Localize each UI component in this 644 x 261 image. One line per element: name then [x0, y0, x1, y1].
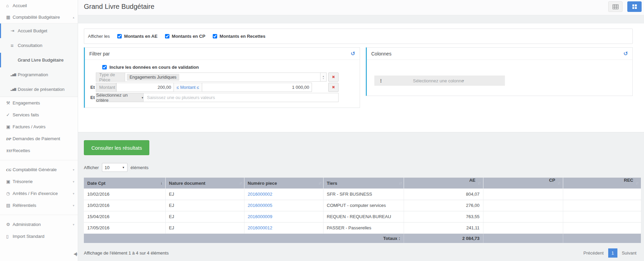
column-header-ae[interactable]: ↓↑ AE: [404, 178, 483, 189]
montants-ae-checkbox[interactable]: [117, 34, 122, 38]
remove-filter-button[interactable]: ✖: [328, 83, 339, 92]
chevron-down-icon: ▾: [73, 192, 74, 195]
checkbox-montants-recettes[interactable]: Montants en Recettes: [213, 34, 265, 39]
display-options-box: Afficher les Montants en AE Montants en …: [84, 29, 633, 44]
drag-handle-icon[interactable]: ⋮: [379, 78, 383, 83]
field-spinner[interactable]: ▴ ▾: [320, 72, 327, 82]
sidebar-item-accueil-budget[interactable]: ⇥ Accueil Budget: [0, 23, 78, 38]
list-icon: ≡: [11, 43, 18, 48]
select-caret-icon: ▼: [122, 166, 125, 169]
columns-panel-title: Colonnes: [371, 51, 391, 56]
totals-row: Totaux : 2 084,73: [84, 233, 641, 243]
column-header-numero-piece[interactable]: Numéro piece ↓↑: [244, 178, 323, 189]
chevron-down-icon: ▾: [462, 79, 464, 82]
sidebar-divider: [0, 215, 78, 215]
column-header-cp[interactable]: ↓↑ CP: [483, 178, 563, 189]
gavel-icon: ⚒: [6, 100, 13, 105]
montants-cp-checkbox[interactable]: [165, 34, 169, 38]
sidebar-item-tresorerie[interactable]: ▣ Trésorerie ▾: [0, 176, 78, 187]
type-de-piece-label: Type de Pièce: [96, 72, 125, 82]
sidebar-item-recettes[interactable]: TIT Recettes: [0, 145, 78, 157]
sign-in-icon: ⇥: [11, 28, 18, 33]
type-de-piece-field[interactable]: Engagements Juridiques: [125, 72, 320, 82]
sidebar-item-consultation[interactable]: ≡ Consultation: [0, 38, 78, 53]
filter-panel: Filtrer par ↺ Inclure les données en cou…: [84, 47, 360, 108]
montant-max-input[interactable]: [202, 83, 312, 92]
page-size-select[interactable]: 10 ▼: [102, 163, 128, 172]
chevron-down-icon: ▾: [73, 180, 74, 183]
sort-icon: ↓↑: [635, 178, 638, 189]
sidebar-item-dossier-de-presentation[interactable]: ▂▅▇ Dossier de présentation: [0, 82, 78, 97]
file-icon: ▯: [6, 234, 13, 239]
reset-columns-icon[interactable]: ↺: [624, 51, 628, 56]
bar-chart-icon: ▂▅▇: [11, 73, 18, 76]
grid-icon: [632, 4, 637, 9]
spinner-up-icon: ▴: [323, 75, 324, 77]
sidebar-submenu: ⇥ Accueil Budget ≡ Consultation Grand Li…: [0, 23, 78, 97]
column-header-rec[interactable]: ↓↑ REC: [563, 178, 641, 189]
selected-value-chip: Engagements Juridiques: [127, 74, 179, 81]
montant-min-input[interactable]: [116, 83, 174, 92]
and-operator-label: Et: [90, 83, 96, 92]
checkbox-montants-cp[interactable]: Montants en CP: [165, 34, 205, 39]
piece-link[interactable]: 2016000002: [248, 192, 272, 197]
sidebar-divider: [0, 160, 78, 160]
sidebar-collapse-icon[interactable]: ◀): [74, 251, 77, 256]
reset-filters-icon[interactable]: ↺: [351, 51, 355, 56]
totals-ae: 2 084,73: [404, 233, 483, 243]
checkbox-montants-ae[interactable]: Montants en AE: [117, 34, 158, 39]
sidebar-item-comptabilite-budgetaire[interactable]: ▦ Comptabilité Budgétaire ▴: [0, 11, 78, 23]
bar-chart-icon: ▂▅▇: [11, 88, 18, 91]
column-header-nature-document[interactable]: Nature document ↓↑: [165, 178, 244, 189]
dp-text-icon: DP: [6, 137, 13, 141]
chevron-down-icon: ▾: [73, 204, 74, 207]
table-row: 10/02/2016 EJ 2016000002 SFR - SFR BUSIN…: [84, 189, 641, 200]
sidebar-item-import-standard[interactable]: ▯ Import Standard: [0, 230, 78, 242]
filter-row-new-criteria: Et Sélectionnez un critère ▾: [90, 93, 339, 102]
filter-row-montant: Et Montant ≤ Montant ≤ ✖: [90, 83, 339, 92]
totals-cp: [483, 233, 563, 243]
select-criteria-dropdown[interactable]: Sélectionnez un critère ▾: [96, 93, 144, 102]
grid-view-button[interactable]: [627, 1, 642, 12]
montants-recettes-checkbox[interactable]: [213, 34, 217, 38]
remove-filter-button[interactable]: ✖: [328, 72, 339, 82]
piece-link[interactable]: 2016000005: [248, 203, 272, 208]
include-validation-input[interactable]: [102, 65, 107, 69]
page-1-button[interactable]: 1: [608, 248, 617, 258]
consult-results-button[interactable]: Consulter les résultats: [84, 140, 149, 155]
and-operator-label: Et: [90, 93, 96, 102]
select-column-dropdown[interactable]: ⋮ Sélectionnez une colonne ▾: [374, 76, 505, 86]
sidebar-item-factures-avoirs[interactable]: ▣ Factures / Avoirs: [0, 121, 78, 133]
money-icon: ▣: [6, 179, 13, 184]
sidebar-item-administration[interactable]: ⚙ Administration ▾: [0, 218, 78, 230]
montant-operator: ≤ Montant ≤: [174, 83, 202, 92]
criteria-values-input[interactable]: [144, 93, 339, 102]
sidebar-item-engagements[interactable]: ⚒ Engagements: [0, 97, 78, 109]
table-view-button[interactable]: [608, 1, 623, 12]
clock-icon: ◷: [6, 191, 13, 196]
sidebar-item-programmation[interactable]: ▂▅▇ Programmation: [0, 67, 78, 82]
tit-text-icon: TIT: [6, 149, 13, 153]
column-header-date-cpt[interactable]: Date Cpt ↓↑: [84, 178, 165, 189]
piece-link[interactable]: 2016000012: [248, 225, 272, 230]
sidebar-item-comptabilite-generale[interactable]: CG Comptabilité Générale ▾: [0, 164, 78, 176]
table-header-row: Date Cpt ↓↑ Nature document ↓↑ Numéro pi…: [84, 178, 641, 189]
previous-page-button[interactable]: Précédent: [579, 248, 608, 258]
sidebar-item-accueil[interactable]: ⌂ Accueil: [0, 0, 78, 11]
next-page-button[interactable]: Suivant: [617, 248, 641, 258]
piece-link[interactable]: 2016000009: [248, 214, 272, 219]
column-header-tiers[interactable]: Tiers ↓↑: [323, 178, 404, 189]
sidebar-item-grand-livre-budgetaire[interactable]: Grand Livre Budgétaire: [0, 53, 78, 67]
table-row: 17/05/2016 EJ 2016000012 PASSER - Passer…: [84, 222, 641, 233]
money-icon: ▣: [6, 124, 13, 129]
results-info-text: Affichage de l'élément 1 à 4 sur 4 éléme…: [84, 250, 169, 256]
page-header: Grand Livre Budgétaire: [78, 0, 644, 15]
sidebar-item-demandes-de-paiement[interactable]: DP Demandes de Paiement: [0, 133, 78, 145]
sidebar-item-referentiels[interactable]: ▤ Référentiels ▾: [0, 199, 78, 211]
include-validation-checkbox[interactable]: Inclure les données en cours de validati…: [102, 65, 355, 70]
chevron-down-icon: ▾: [73, 223, 74, 226]
sidebar-item-arretes-fin-exercice[interactable]: ◷ Arrêtés / Fin d'exercice ▾: [0, 187, 78, 199]
sidebar: ⌂ Accueil ▦ Comptabilité Budgétaire ▴ ⇥ …: [0, 0, 78, 261]
chevron-down-icon: ▾: [141, 96, 143, 99]
sidebar-item-services-faits[interactable]: ✓ Services faits: [0, 109, 78, 121]
